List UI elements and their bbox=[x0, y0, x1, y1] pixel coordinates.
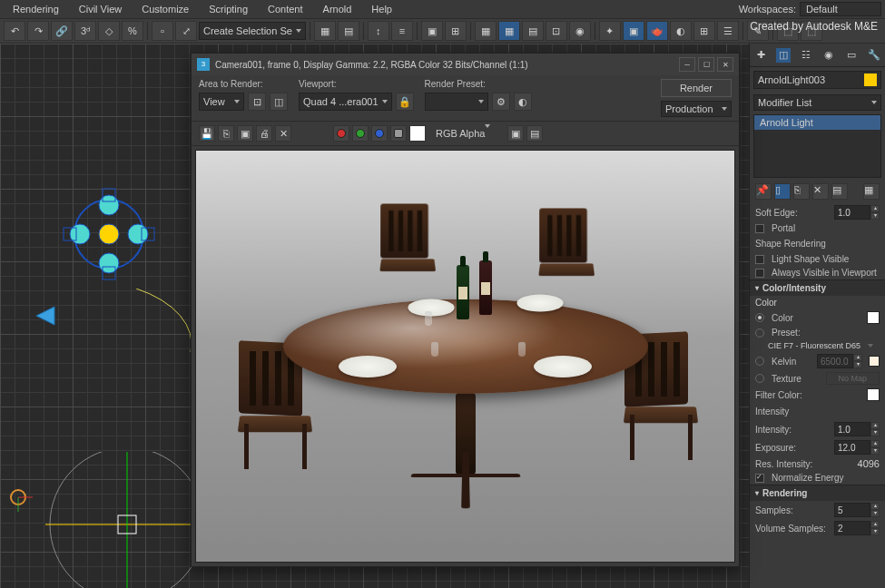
color-option[interactable]: Color bbox=[750, 309, 885, 326]
preset-radio[interactable] bbox=[755, 328, 764, 338]
tool-btn-14[interactable]: ◐ bbox=[670, 21, 692, 41]
color-radio[interactable] bbox=[755, 313, 764, 322]
soft-edge-spinner[interactable]: ▴▾ bbox=[834, 205, 880, 220]
show-end-result-icon[interactable]: ▯ bbox=[774, 183, 791, 200]
menu-scripting[interactable]: Scripting bbox=[200, 2, 257, 16]
viewport-dropdown[interactable]: Quad 4 ...era001 bbox=[299, 93, 392, 111]
scene-light-rig-top[interactable] bbox=[54, 180, 163, 289]
menu-civilview[interactable]: Civil View bbox=[70, 2, 131, 16]
tool-btn-2[interactable]: ⤢ bbox=[175, 21, 197, 41]
modifier-stack[interactable]: Arnold Light bbox=[753, 114, 881, 178]
menu-help[interactable]: Help bbox=[362, 2, 401, 16]
create-tab-icon[interactable]: ✚ bbox=[753, 48, 768, 63]
tool-btn-1[interactable]: ▫ bbox=[152, 21, 173, 41]
tool-btn-13[interactable]: ◉ bbox=[569, 21, 591, 41]
normalize-checkbox[interactable] bbox=[755, 474, 764, 483]
tool-btn-8[interactable]: ⊞ bbox=[445, 21, 467, 41]
configure-sets-icon[interactable]: ▦ bbox=[863, 183, 880, 200]
portal-checkbox[interactable] bbox=[755, 224, 764, 233]
display-tab-icon[interactable]: ▭ bbox=[844, 48, 859, 63]
hierarchy-tab-icon[interactable]: ☷ bbox=[799, 48, 813, 63]
pin-stack-icon[interactable]: 📌 bbox=[755, 183, 772, 200]
tool-btn-4[interactable]: ▤ bbox=[338, 21, 359, 41]
tool-btn-15[interactable]: ⊞ bbox=[693, 21, 715, 41]
remove-modifier-icon[interactable]: ✕ bbox=[812, 183, 829, 200]
object-color-swatch[interactable] bbox=[864, 74, 877, 86]
portal-field[interactable]: Portal bbox=[750, 221, 885, 235]
area-tool-1[interactable]: ⊡ bbox=[248, 93, 266, 111]
teapot-icon[interactable]: 🫖 bbox=[646, 21, 668, 41]
clear-icon[interactable]: ✕ bbox=[275, 125, 291, 142]
exposure-spinner[interactable]: ▴▾ bbox=[834, 440, 880, 455]
tool-btn-6[interactable]: ≡ bbox=[391, 21, 413, 41]
print-icon[interactable]: 🖨 bbox=[256, 125, 272, 142]
object-name-field[interactable]: ArnoldLight003 bbox=[753, 71, 881, 89]
percent-button[interactable]: % bbox=[122, 21, 143, 41]
render-setup-button[interactable]: ⚙ bbox=[492, 93, 510, 111]
selection-set-dropdown[interactable]: Create Selection Se bbox=[199, 22, 306, 40]
link-button[interactable]: 🔗 bbox=[51, 21, 73, 41]
modifier-list-dropdown[interactable]: Modifier List bbox=[753, 94, 881, 111]
render-setup-icon[interactable]: ✦ bbox=[599, 21, 621, 41]
preset-option[interactable]: Preset: bbox=[750, 326, 885, 339]
tool-btn-12[interactable]: ⊡ bbox=[546, 21, 567, 41]
color-swatch[interactable] bbox=[867, 311, 880, 324]
production-dropdown[interactable]: Production bbox=[661, 101, 732, 117]
render-button[interactable]: Render bbox=[661, 79, 732, 97]
preset-dropdown[interactable] bbox=[425, 93, 488, 111]
tool-btn-10[interactable]: ▦ bbox=[498, 21, 520, 41]
lock-viewport-icon[interactable]: 🔒 bbox=[396, 93, 414, 111]
area-tool-2[interactable]: ◫ bbox=[270, 93, 288, 111]
3d-button[interactable]: 3ᵈ bbox=[74, 21, 96, 41]
workspace-dropdown[interactable]: Default bbox=[800, 2, 881, 16]
green-channel-icon[interactable] bbox=[352, 125, 369, 142]
configure-icon[interactable]: ▤ bbox=[831, 183, 848, 200]
camera-icon-top[interactable] bbox=[27, 289, 209, 370]
copy-image-icon[interactable]: ⎘ bbox=[218, 125, 234, 142]
snap-button[interactable]: ◇ bbox=[98, 21, 120, 41]
undo-button[interactable]: ↶ bbox=[4, 21, 25, 41]
save-image-icon[interactable]: 💾 bbox=[199, 125, 215, 142]
rendering-rollout[interactable]: Rendering bbox=[750, 485, 885, 501]
texture-radio[interactable] bbox=[755, 374, 764, 383]
maximize-button[interactable]: ☐ bbox=[698, 57, 714, 72]
rendered-image[interactable] bbox=[195, 150, 735, 563]
mono-channel-icon[interactable] bbox=[409, 125, 426, 142]
utilities-tab-icon[interactable]: 🔧 bbox=[867, 48, 881, 63]
tool-btn-9[interactable]: ▦ bbox=[475, 21, 497, 41]
kelvin-radio[interactable] bbox=[755, 357, 764, 366]
always-visible-checkbox[interactable] bbox=[755, 269, 764, 278]
tool-btn-11[interactable]: ▤ bbox=[522, 21, 544, 41]
blue-channel-icon[interactable] bbox=[371, 125, 388, 142]
make-unique-icon[interactable]: ⎘ bbox=[793, 183, 810, 200]
render-frame-icon[interactable]: ▣ bbox=[623, 21, 644, 41]
menu-arnold[interactable]: Arnold bbox=[314, 2, 361, 16]
env-button[interactable]: ◐ bbox=[514, 93, 532, 111]
samples-spinner[interactable]: ▴▾ bbox=[834, 503, 880, 517]
normalize-field[interactable]: Normalize Energy bbox=[750, 471, 885, 485]
modify-tab-icon[interactable]: ◫ bbox=[776, 48, 791, 63]
tool-btn-3[interactable]: ▦ bbox=[314, 21, 336, 41]
modifier-item-selected[interactable]: Arnold Light bbox=[754, 115, 880, 130]
alpha-channel-icon[interactable] bbox=[390, 125, 407, 142]
channel-dropdown[interactable]: RGB Alpha bbox=[436, 128, 499, 139]
toggle-overlay-icon[interactable]: ▣ bbox=[507, 125, 524, 142]
filter-color-swatch[interactable] bbox=[867, 388, 880, 401]
texture-option[interactable]: TextureNo Map bbox=[750, 370, 885, 387]
kelvin-option[interactable]: Kelvin▴▾ bbox=[750, 352, 885, 370]
always-visible-field[interactable]: Always Visible in Viewport bbox=[750, 266, 885, 279]
minimize-button[interactable]: ─ bbox=[679, 57, 695, 72]
redo-button[interactable]: ↷ bbox=[27, 21, 49, 41]
tool-btn-7[interactable]: ▣ bbox=[421, 21, 443, 41]
motion-tab-icon[interactable]: ◉ bbox=[821, 48, 836, 63]
clone-image-icon[interactable]: ▣ bbox=[237, 125, 253, 142]
red-channel-icon[interactable] bbox=[333, 125, 349, 142]
close-button[interactable]: ✕ bbox=[717, 57, 733, 72]
area-render-dropdown[interactable]: View bbox=[199, 93, 244, 111]
vol-samples-spinner[interactable]: ▴▾ bbox=[834, 521, 880, 535]
color-intensity-rollout[interactable]: Color/Intensity bbox=[750, 279, 885, 296]
menu-content[interactable]: Content bbox=[259, 2, 312, 16]
tool-btn-5[interactable]: ↕ bbox=[368, 21, 389, 41]
intensity-spinner[interactable]: ▴▾ bbox=[834, 422, 880, 436]
menu-rendering[interactable]: Rendering bbox=[4, 2, 68, 16]
